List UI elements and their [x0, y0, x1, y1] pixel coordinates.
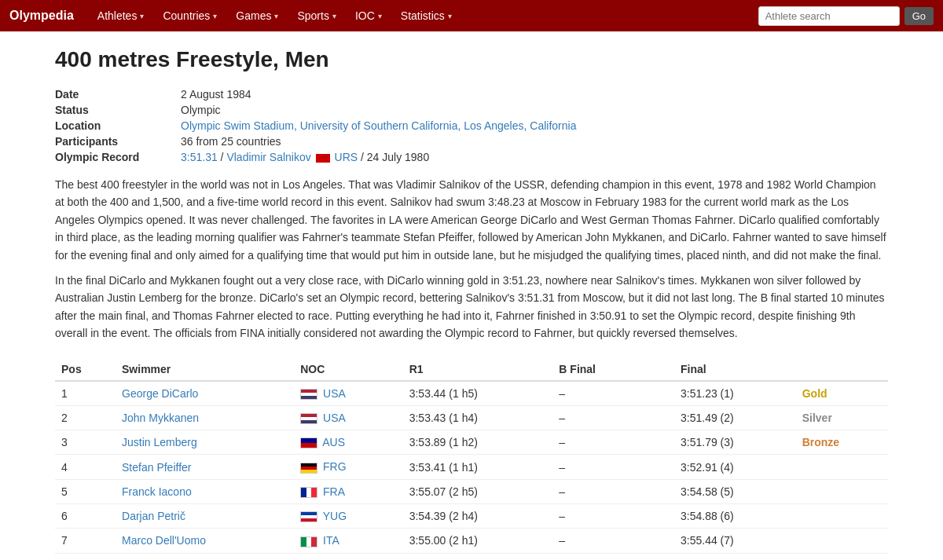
meta-date-row: Date 2 August 1984 — [55, 88, 888, 101]
ioc-dropdown-icon: ▾ — [378, 12, 382, 20]
nav-athletes[interactable]: Athletes ▾ — [90, 0, 152, 31]
record-date: 24 July 1980 — [367, 151, 429, 163]
yug-flag-icon — [300, 511, 317, 522]
noc-link[interactable]: FRA — [323, 485, 345, 498]
noc-link[interactable]: FRG — [323, 460, 347, 473]
cell-final: 3:55.48 (8) — [674, 553, 796, 560]
results-table-body: 1 George DiCarlo USA 3:53.44 (1 h5) – 3:… — [55, 381, 888, 560]
cell-final: 3:54.58 (5) — [674, 479, 796, 503]
cell-bfinal: – — [552, 381, 674, 406]
noc-link[interactable]: AUS — [322, 436, 345, 448]
urs-flag-icon — [316, 154, 330, 163]
table-row: 5 Franck Iacono FRA 3:55.07 (2 h5) – 3:5… — [55, 479, 888, 503]
cell-medal: Gold — [796, 381, 888, 406]
main-content: 400 metres Freestyle, Men Date 2 August … — [39, 31, 904, 560]
location-value: Olympic Swim Stadium, University of Sout… — [181, 119, 576, 132]
noc-link[interactable]: USA — [323, 412, 346, 424]
athletes-dropdown-icon: ▾ — [140, 12, 144, 20]
page-title: 400 metres Freestyle, Men — [55, 47, 888, 72]
search-button[interactable]: Go — [904, 7, 934, 25]
cell-noc: FRG — [294, 455, 403, 479]
table-row: 8 Ron McKeon AUS 3:55.06 (3 h4) – 3:55.4… — [55, 553, 888, 560]
participants-label: Participants — [55, 135, 181, 148]
record-country-link[interactable]: URS — [335, 151, 358, 163]
ita-flag-icon — [300, 536, 317, 547]
cell-medal — [796, 529, 888, 553]
cell-pos: 6 — [55, 504, 116, 529]
cell-r1: 3:55.00 (2 h1) — [403, 529, 553, 553]
record-time-link[interactable]: 3:51.31 — [181, 151, 218, 163]
cell-bfinal: – — [552, 529, 674, 553]
swimmer-link[interactable]: John Mykkanen — [122, 412, 199, 424]
table-row: 2 John Mykkanen USA 3:53.43 (1 h4) – 3:5… — [55, 405, 888, 430]
games-dropdown-icon: ▾ — [274, 12, 278, 20]
col-r1: R1 — [403, 358, 553, 381]
cell-final: 3:52.91 (4) — [674, 455, 796, 479]
col-noc: NOC — [294, 358, 403, 381]
nav-ioc[interactable]: IOC ▾ — [347, 0, 390, 31]
countries-dropdown-icon: ▾ — [213, 12, 217, 20]
nav-statistics[interactable]: Statistics ▾ — [393, 0, 460, 31]
search-input[interactable] — [758, 6, 900, 26]
cell-pos: 8 — [55, 553, 116, 560]
record-athlete-link[interactable]: Vladimir Salnikov — [226, 151, 310, 163]
fra-flag-icon — [300, 487, 317, 498]
table-row: 7 Marco Dell'Uomo ITA 3:55.00 (2 h1) – 3… — [55, 529, 888, 553]
table-row: 1 George DiCarlo USA 3:53.44 (1 h5) – 3:… — [55, 381, 888, 406]
col-bfinal: B Final — [552, 358, 674, 381]
usa-flag-icon — [300, 389, 317, 400]
cell-bfinal: – — [552, 455, 674, 479]
swimmer-link[interactable]: Justin Lemberg — [122, 436, 197, 448]
col-swimmer: Swimmer — [116, 358, 294, 381]
cell-final: 3:55.44 (7) — [674, 529, 796, 553]
cell-noc: AUS — [294, 430, 403, 455]
brand-logo[interactable]: Olympedia — [9, 9, 74, 23]
cell-noc: ITA — [294, 529, 403, 553]
swimmer-link[interactable]: Stefan Pfeiffer — [122, 461, 191, 474]
col-pos: Pos — [55, 358, 116, 381]
swimmer-link[interactable]: Darjan Petrič — [122, 510, 185, 522]
meta-record-row: Olympic Record 3:51.31 / Vladimir Salnik… — [55, 151, 888, 163]
cell-bfinal: – — [552, 430, 674, 455]
location-label: Location — [55, 119, 181, 132]
location-link[interactable]: Olympic Swim Stadium, University of Sout… — [181, 119, 576, 132]
noc-link[interactable]: ITA — [323, 534, 339, 547]
status-label: Status — [55, 104, 181, 116]
swimmer-link[interactable]: Franck Iacono — [122, 485, 192, 498]
nav-countries[interactable]: Countries ▾ — [155, 0, 225, 31]
cell-noc: FRA — [294, 479, 403, 503]
table-row: 6 Darjan Petrič YUG 3:54.39 (2 h4) – 3:5… — [55, 504, 888, 529]
swimmer-link[interactable]: George DiCarlo — [122, 387, 198, 400]
status-value: Olympic — [181, 104, 221, 116]
cell-medal — [796, 504, 888, 529]
noc-link[interactable]: YUG — [323, 510, 347, 522]
nav-menu: Athletes ▾ Countries ▾ Games ▾ Sports ▾ … — [90, 0, 758, 31]
description-paragraph-2: In the final DiCarlo and Mykkanen fought… — [55, 272, 888, 342]
cell-bfinal: – — [552, 553, 674, 560]
cell-pos: 2 — [55, 405, 116, 430]
cell-noc: AUS — [294, 553, 403, 560]
cell-swimmer: George DiCarlo — [116, 381, 294, 406]
cell-r1: 3:55.07 (2 h5) — [403, 479, 553, 503]
participants-value: 36 from 25 countries — [181, 135, 281, 148]
frg-flag-icon — [300, 463, 317, 474]
cell-pos: 4 — [55, 455, 116, 479]
record-value: 3:51.31 / Vladimir Salnikov URS / 24 Jul… — [181, 151, 429, 163]
cell-noc: USA — [294, 405, 403, 430]
cell-swimmer: Marco Dell'Uomo — [116, 529, 294, 553]
nav-sports[interactable]: Sports ▾ — [289, 0, 343, 31]
cell-medal: Silver — [796, 405, 888, 430]
cell-pos: 3 — [55, 430, 116, 455]
nav-games[interactable]: Games ▾ — [228, 0, 286, 31]
cell-final: 3:51.79 (3) — [674, 430, 796, 455]
cell-bfinal: – — [552, 504, 674, 529]
record-label: Olympic Record — [55, 151, 181, 163]
search-bar: Go — [758, 6, 934, 26]
swimmer-link[interactable]: Marco Dell'Uomo — [122, 534, 206, 547]
noc-link[interactable]: USA — [323, 387, 346, 400]
cell-final: 3:51.23 (1) — [674, 381, 796, 406]
description-paragraph-1: The best 400 freestyler in the world was… — [55, 176, 888, 264]
sports-dropdown-icon: ▾ — [332, 12, 336, 20]
table-row: 3 Justin Lemberg AUS 3:53.89 (1 h2) – 3:… — [55, 430, 888, 455]
meta-location-row: Location Olympic Swim Stadium, Universit… — [55, 119, 888, 132]
